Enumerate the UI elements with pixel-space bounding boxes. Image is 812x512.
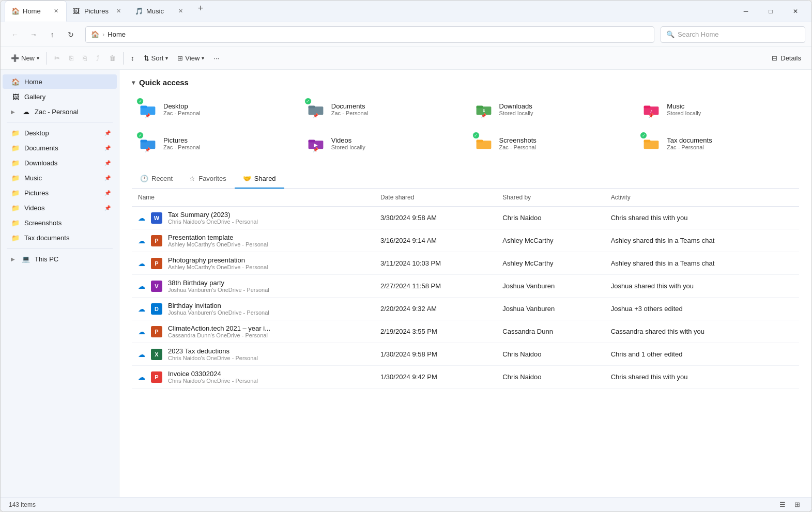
refresh-button[interactable]: ↻ bbox=[63, 26, 79, 43]
quick-access-header[interactable]: ▾ Quick access bbox=[132, 78, 799, 87]
sidebar-item-this-pc[interactable]: ▶ 💻 This PC bbox=[3, 252, 117, 266]
table-row[interactable]: ☁ V 38th Birthday party Joshua Vanburen'… bbox=[132, 275, 799, 298]
qa-name-desktop: Desktop bbox=[163, 102, 290, 110]
new-icon: ➕ bbox=[11, 54, 19, 62]
section-tab-favorites[interactable]: ☆ Favorites bbox=[181, 170, 234, 189]
main-content: 🏠 Home 🖼 Gallery ▶ ☁ Zac - Personal 📁 De… bbox=[1, 70, 811, 497]
cloud-sync-icon-invoice: ☁ bbox=[138, 373, 145, 381]
minimize-button[interactable]: ─ bbox=[734, 3, 758, 20]
view-dropdown-icon: ▾ bbox=[202, 55, 204, 61]
file-sub-tax-summary: Chris Naidoo's OneDrive - Personal bbox=[168, 219, 258, 225]
delete-icon: 🗑 bbox=[109, 54, 116, 62]
svg-rect-5 bbox=[476, 106, 483, 108]
qa-item-documents[interactable]: ✓ 📌 Documents Zac - Personal bbox=[300, 94, 464, 124]
table-row[interactable]: ☁ P Presentation template Ashley McCarth… bbox=[132, 229, 799, 252]
table-row[interactable]: ☁ X 2023 Tax deductions Chris Naidoo's O… bbox=[132, 343, 799, 366]
sidebar-music-label: Music bbox=[24, 174, 42, 182]
share-button[interactable]: ⤴ bbox=[92, 50, 104, 67]
cloud-sync-icon-photography-presentation: ☁ bbox=[138, 259, 145, 268]
table-row[interactable]: ☁ P ClimateAction.tech 2021 – year i... … bbox=[132, 320, 799, 343]
tab-pictures[interactable]: 🖼 Pictures ✕ bbox=[67, 1, 129, 22]
sidebar-item-gallery[interactable]: 🖼 Gallery bbox=[3, 89, 117, 104]
sidebar-item-videos[interactable]: 📁 Videos 📌 bbox=[3, 200, 117, 215]
sidebar-item-zac-personal[interactable]: ▶ ☁ Zac - Personal bbox=[3, 104, 117, 119]
sidebar-item-tax-documents[interactable]: 📁 Tax documents bbox=[3, 230, 117, 245]
tab-close-pictures[interactable]: ✕ bbox=[114, 7, 122, 15]
downloads-folder-icon: 📁 bbox=[11, 158, 20, 167]
file-sub-birthday-invitation: Joshua Vanburen's OneDrive - Personal bbox=[168, 309, 269, 316]
sidebar-item-music[interactable]: 📁 Music 📌 bbox=[3, 170, 117, 185]
sidebar-item-desktop[interactable]: 📁 Desktop 📌 bbox=[3, 126, 117, 140]
file-info-tax-summary: Tax Summary (2023) Chris Naidoo's OneDri… bbox=[168, 211, 258, 225]
tab-label-home: Home bbox=[23, 7, 49, 15]
table-row[interactable]: ☁ D Birthday invitation Joshua Vanburen'… bbox=[132, 298, 799, 320]
sidebar-item-documents[interactable]: 📁 Documents 📌 bbox=[3, 141, 117, 155]
up-button[interactable]: ↑ bbox=[44, 26, 60, 43]
view-button[interactable]: ⊞ View ▾ bbox=[173, 50, 208, 67]
details-button[interactable]: ⊟ Details bbox=[768, 52, 805, 64]
delete-button[interactable]: 🗑 bbox=[105, 50, 120, 67]
tab-music[interactable]: 🎵 Music ✕ bbox=[129, 1, 191, 22]
close-button[interactable]: ✕ bbox=[784, 3, 807, 20]
qa-name-downloads: Downloads bbox=[499, 102, 626, 110]
sidebar-divider-1 bbox=[7, 122, 113, 122]
qa-icon-documents: ✓ 📌 bbox=[305, 99, 326, 119]
rename-icon: ↕ bbox=[131, 54, 134, 62]
paste-button[interactable]: ⎗ bbox=[79, 50, 91, 67]
share-icon: ⤴ bbox=[96, 54, 100, 62]
cell-name-climate-action: ☁ P ClimateAction.tech 2021 – year i... … bbox=[132, 320, 374, 343]
search-bar[interactable]: 🔍 Search Home bbox=[661, 26, 805, 43]
rename-button[interactable]: ↕ bbox=[127, 50, 139, 67]
pin-icon-downloads: 📌 bbox=[481, 113, 486, 118]
address-bar[interactable]: 🏠 › Home bbox=[85, 26, 654, 43]
tab-home[interactable]: 🏠 Home ✕ bbox=[5, 1, 67, 22]
qa-item-downloads[interactable]: ⬇ 📌 Downloads Stored locally bbox=[468, 94, 632, 124]
table-row[interactable]: ☁ W Tax Summary (2023) Chris Naidoo's On… bbox=[132, 207, 799, 229]
qa-item-screenshots[interactable]: ✓ Screenshots Zac - Personal bbox=[468, 128, 632, 158]
home-nav-icon: 🏠 bbox=[91, 30, 99, 38]
list-view-button[interactable]: ☰ bbox=[776, 499, 789, 511]
maximize-button[interactable]: □ bbox=[759, 3, 783, 20]
cell-date-tax-deductions: 1/30/2024 9:58 PM bbox=[374, 343, 496, 366]
file-name-presentation-template: Presentation template bbox=[168, 234, 268, 241]
videos-folder-icon: 📁 bbox=[11, 203, 20, 212]
cut-button[interactable]: ✂ bbox=[50, 50, 64, 67]
back-button[interactable]: ← bbox=[7, 26, 23, 43]
tab-close-music[interactable]: ✕ bbox=[176, 7, 185, 15]
add-tab-button[interactable]: + bbox=[193, 1, 208, 16]
sidebar-item-home[interactable]: 🏠 Home bbox=[3, 74, 117, 89]
forward-button[interactable]: → bbox=[25, 26, 42, 43]
sidebar-divider-2 bbox=[7, 248, 113, 249]
table-row[interactable]: ☁ P Photography presentation Ashley McCa… bbox=[132, 252, 799, 275]
sidebar-gallery-label: Gallery bbox=[24, 93, 45, 101]
col-activity: Activity bbox=[605, 189, 799, 207]
paste-icon: ⎗ bbox=[83, 54, 87, 62]
qa-item-videos[interactable]: ▶ 📌 Videos Stored locally bbox=[300, 128, 464, 158]
grid-view-button[interactable]: ⊞ bbox=[791, 499, 803, 511]
new-button[interactable]: ➕ New ▾ bbox=[7, 50, 43, 67]
qa-item-music[interactable]: ♪ 📌 Music Stored locally bbox=[635, 94, 799, 124]
section-tab-recent[interactable]: 🕐 Recent bbox=[132, 170, 181, 189]
cloud-sync-icon-tax-summary: ☁ bbox=[138, 214, 145, 222]
documents-folder-icon: 📁 bbox=[11, 143, 20, 152]
section-tab-label-shared: Shared bbox=[254, 175, 276, 182]
qa-item-desktop[interactable]: ✓ 📌 Desktop Zac - Personal bbox=[132, 94, 296, 124]
qa-item-tax-documents[interactable]: ✓ Tax documents Zac - Personal bbox=[635, 128, 799, 158]
desktop-folder-icon: 📁 bbox=[11, 128, 20, 137]
sidebar-item-screenshots[interactable]: 📁 Screenshots bbox=[3, 215, 117, 230]
qa-sub-videos: Stored locally bbox=[331, 144, 458, 150]
sidebar-item-pictures[interactable]: 📁 Pictures 📌 bbox=[3, 185, 117, 200]
tab-close-home[interactable]: ✕ bbox=[52, 7, 60, 15]
qa-item-pictures[interactable]: ✓ 📌 Pictures Zac - Personal bbox=[132, 128, 296, 158]
content-area: ▾ Quick access ✓ 📌 Desktop Zac - Persona… bbox=[119, 70, 811, 497]
copy-button[interactable]: ⎘ bbox=[65, 50, 78, 67]
file-icon-presentation-template: P bbox=[150, 235, 163, 247]
sidebar-item-downloads[interactable]: 📁 Downloads 📌 bbox=[3, 156, 117, 170]
sort-button[interactable]: ⇅ Sort ▾ bbox=[140, 50, 173, 67]
more-button[interactable]: ··· bbox=[209, 50, 223, 67]
section-tab-shared[interactable]: 🤝 Shared bbox=[235, 170, 284, 189]
file-info-38th-birthday: 38th Birthday party Joshua Vanburen's On… bbox=[168, 279, 269, 293]
cloud-sync-icon-tax-deductions: ☁ bbox=[138, 350, 145, 359]
file-info-tax-deductions: 2023 Tax deductions Chris Naidoo's OneDr… bbox=[168, 347, 258, 361]
table-row[interactable]: ☁ P Invoice 03302024 Chris Naidoo's OneD… bbox=[132, 366, 799, 389]
